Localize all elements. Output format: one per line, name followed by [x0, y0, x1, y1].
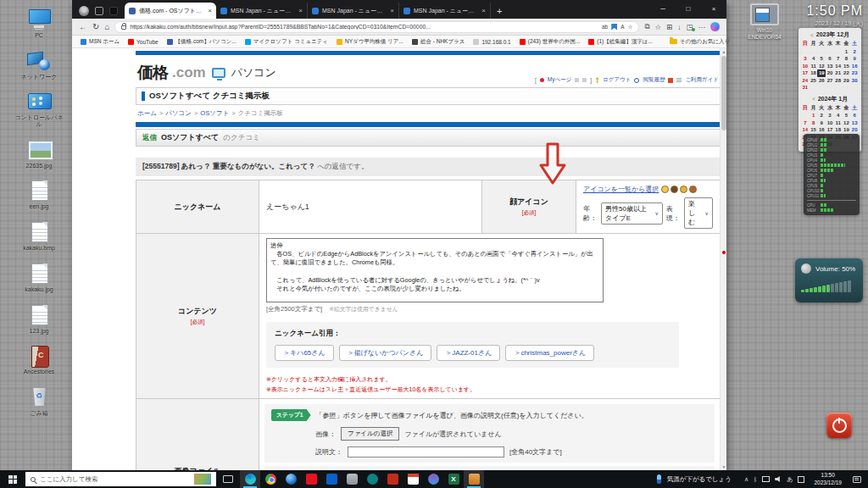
volume-bar[interactable]	[839, 282, 843, 292]
browser-tab[interactable]: MSN Japan - ニュース 天気, メール ×	[399, 3, 491, 19]
action-center-icon[interactable]	[853, 476, 861, 483]
calendar-day[interactable]: 19	[817, 69, 826, 77]
calendar-day[interactable]: 11	[834, 119, 843, 127]
volume-bar[interactable]	[822, 286, 826, 292]
calendar-day[interactable]: 11	[810, 63, 818, 70]
tab-close-icon[interactable]: ×	[208, 7, 212, 14]
desktop-icon[interactable]: ネットワーク	[12, 50, 66, 80]
taskbar-app[interactable]	[464, 470, 484, 488]
calendar-day[interactable]	[843, 84, 851, 92]
favorite-star-icon[interactable]: ☆	[628, 24, 633, 30]
quote-nickname-button[interactable]: ＞揚げないかつパンさん	[339, 345, 432, 361]
calendar-day[interactable]: 6	[826, 55, 834, 63]
calendar-day[interactable]: 18	[810, 69, 818, 77]
collections-icon[interactable]: ⊞	[666, 23, 672, 31]
age-select[interactable]: 男性50歳以上タイプE ∨	[601, 202, 663, 225]
breadcrumb-item[interactable]: OSソフト	[200, 109, 229, 118]
calendar-day[interactable]	[834, 48, 843, 56]
calendar-day[interactable]: 14	[834, 63, 843, 70]
other-favorites[interactable]: その他のお気に入り	[670, 38, 730, 46]
desktop-icon[interactable]: kakaku.bmp	[12, 221, 66, 252]
calendar-day[interactable]: 15	[810, 126, 818, 134]
desktop-icon[interactable]: 22635.jpg	[12, 139, 66, 169]
notice-icon[interactable]	[575, 78, 579, 82]
browser-tab[interactable]: MSN Japan - ニュース 天気, メール ×	[216, 3, 308, 19]
guide-link[interactable]: ご利用ガイド	[685, 76, 719, 84]
quote-nickname-button[interactable]: ＞キハ65さん	[275, 345, 334, 361]
content-textarea[interactable]: 追伸 各OS、ビルドのEdgeからAdBlockをアンインストールしても、そのあ…	[266, 238, 604, 302]
bookmark-item[interactable]: 【価格.com】パソコン...	[167, 38, 236, 46]
extensions-icon[interactable]: ◳	[686, 23, 693, 31]
calendar-day[interactable]: 12	[843, 119, 851, 127]
calendar-day[interactable]	[817, 48, 826, 56]
calendar-day[interactable]: 10	[801, 63, 810, 70]
desktop-icon[interactable]: 123.jpg	[12, 304, 66, 335]
speaker-icon[interactable]	[775, 476, 782, 482]
calendar-day[interactable]: 10	[826, 119, 834, 127]
message-icon[interactable]	[582, 78, 587, 82]
calendar-day[interactable]: 13	[826, 63, 834, 70]
quote-nickname-button[interactable]: ＞JAZZ-01さん	[437, 345, 500, 361]
power-gadget[interactable]	[826, 413, 852, 438]
bluetooth-icon[interactable]: ᛒ	[754, 476, 757, 482]
volume-bar[interactable]	[818, 286, 821, 292]
calendar-day[interactable]: 2	[817, 112, 826, 119]
translate-icon[interactable]: ab	[602, 24, 608, 30]
calendar-day[interactable]: 3	[826, 112, 834, 119]
calendar-day[interactable]: 31	[801, 84, 810, 92]
calendar-day[interactable]: 24	[801, 77, 810, 85]
calendar-day[interactable]: 8	[810, 119, 818, 127]
scroll-up-icon[interactable]: ▲	[721, 49, 726, 54]
tray-chevron-icon[interactable]: ∧	[744, 476, 748, 483]
calendar-day[interactable]: 23	[850, 69, 859, 77]
calendar-day[interactable]: 28	[834, 77, 843, 85]
scrollbar-thumb[interactable]	[721, 56, 726, 130]
calendar-day[interactable]: 5	[843, 112, 851, 119]
calendar-day[interactable]	[826, 84, 834, 92]
desktop-icon[interactable]: コントロールパネル	[12, 91, 66, 127]
mypage-link[interactable]: Myページ	[548, 76, 571, 84]
address-bar[interactable]: https://kakaku.com/auth/bbsnew/Input.asp…	[114, 21, 639, 33]
calendar-day[interactable]	[826, 48, 834, 56]
calendar-day[interactable]: 2	[850, 48, 859, 56]
split-screen-icon[interactable]: ⧉	[644, 22, 649, 31]
calendar-day[interactable]: 27	[826, 77, 834, 85]
start-button[interactable]	[0, 470, 25, 488]
weather-text[interactable]: 気温が下がるでしょう	[667, 475, 732, 484]
volume-bar[interactable]	[805, 289, 809, 292]
browser-tab[interactable]: MSN Japan - ニュース 天気, メール ×	[308, 3, 399, 19]
favorites-icon[interactable]: ☆	[654, 23, 661, 31]
bookmark-item[interactable]: NYダウ平均株価 リア...	[337, 38, 403, 46]
calendar-day[interactable]	[810, 48, 818, 56]
taskbar-app[interactable]	[240, 470, 260, 488]
taskbar-clock[interactable]: 13:50 2023/12/19	[814, 472, 842, 485]
calendar-day[interactable]: 17	[801, 69, 810, 77]
calendar-day[interactable]: 7	[834, 55, 843, 63]
task-view-icon[interactable]	[223, 475, 233, 483]
expression-select[interactable]: 楽しむ ∨	[684, 197, 713, 229]
tab-close-icon[interactable]: ×	[390, 7, 394, 14]
calendar-day[interactable]: 15	[843, 63, 851, 70]
ime-mode-icon[interactable]	[798, 476, 804, 483]
ime-indicator[interactable]: あ	[787, 475, 793, 484]
calendar-day[interactable]	[801, 112, 810, 119]
profile-avatar[interactable]	[79, 6, 89, 16]
volume-bar[interactable]	[831, 284, 834, 292]
taskbar-search[interactable]: ここに入力して検索	[25, 472, 216, 486]
bookmark-item[interactable]: (243) 世界中の外国...	[520, 38, 581, 46]
calendar-day[interactable]: 20	[850, 126, 859, 134]
calendar-day[interactable]: 16	[817, 126, 826, 134]
calendar-prev-icon[interactable]: <	[812, 96, 815, 102]
taskbar-app[interactable]	[260, 470, 281, 488]
bookmark-item[interactable]: MSN ホーム	[81, 38, 120, 46]
bookmark-item[interactable]: YouTube	[128, 39, 159, 45]
downloads-icon[interactable]: ↓	[677, 23, 681, 31]
bookmark-item[interactable]: 192.168.0.1	[473, 39, 510, 45]
breadcrumb-item[interactable]: ホーム	[137, 109, 157, 118]
calendar-day[interactable]: 22	[843, 69, 851, 77]
calendar-day[interactable]: 4	[810, 55, 818, 63]
calendar-day[interactable]: 1	[810, 112, 818, 119]
calendar-day[interactable]: 20	[826, 69, 834, 77]
url-text[interactable]: https://kakaku.com/auth/bbsnew/Input.asp…	[130, 24, 598, 30]
maximize-button[interactable]: □	[676, 0, 701, 17]
